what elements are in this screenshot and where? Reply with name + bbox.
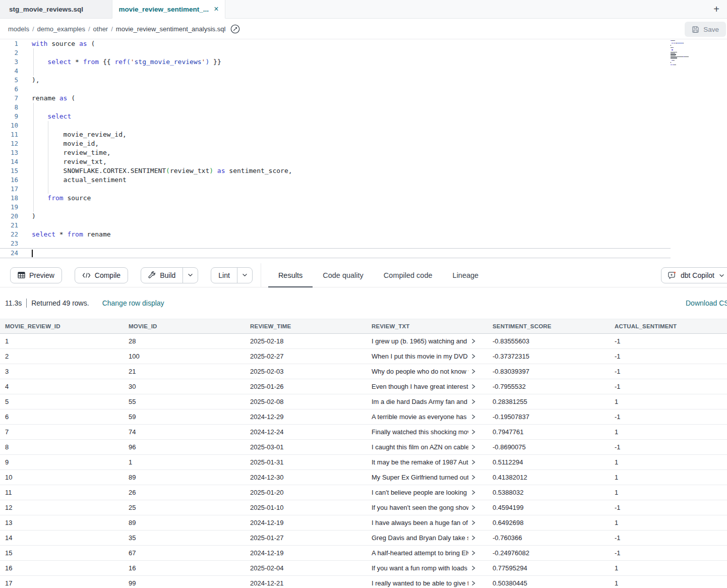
code-line[interactable]: 21 xyxy=(0,221,727,230)
expand-cell-icon[interactable] xyxy=(471,535,475,541)
code-line[interactable]: 5), xyxy=(0,76,727,85)
table-row: 11 26 2025-01-20 I can't believe people … xyxy=(0,485,727,500)
code-line[interactable]: 9 select xyxy=(0,112,727,121)
code-line[interactable]: 3 select * from {{ ref('stg_movie_review… xyxy=(0,57,727,67)
code-line[interactable]: 7rename as ( xyxy=(0,94,727,103)
cell-movie-id: 30 xyxy=(124,383,245,390)
expand-cell-icon[interactable] xyxy=(471,550,475,556)
new-tab-button[interactable]: + xyxy=(710,3,723,16)
review-text: A half-hearted attempt to bring Elvis P… xyxy=(372,549,468,557)
expand-cell-icon[interactable] xyxy=(471,475,475,480)
code-text: review_txt, xyxy=(18,157,107,166)
code-line[interactable]: 11 movie_review_id, xyxy=(0,130,727,139)
results-table: MOVIE_REVIEW_ID MOVIE_ID REVIEW_TIME REV… xyxy=(0,319,727,588)
code-line[interactable]: 23 xyxy=(0,239,727,248)
line-number: 16 xyxy=(0,175,18,185)
breadcrumb-separator: / xyxy=(32,25,34,33)
code-line[interactable]: 24 xyxy=(0,248,671,258)
code-line[interactable]: 2 xyxy=(0,48,727,57)
preview-button[interactable]: Preview xyxy=(10,267,62,283)
ide-window: stg_movie_reviews.sql movie_review_senti… xyxy=(0,0,727,588)
expand-cell-icon[interactable] xyxy=(471,384,475,389)
review-text: Im a die hard Dads Army fan and nothi… xyxy=(372,398,468,405)
expand-cell-icon[interactable] xyxy=(471,369,475,374)
code-line[interactable]: 22select * from rename xyxy=(0,230,727,239)
expand-cell-icon[interactable] xyxy=(471,490,475,495)
code-line[interactable]: 19 xyxy=(0,203,727,212)
cell-review-txt: Greg Davis and Bryan Daly take some … xyxy=(367,534,488,542)
review-text: When I put this movie in my DVD playe… xyxy=(372,352,468,360)
tab-lineage[interactable]: Lineage xyxy=(443,263,489,287)
build-button[interactable]: Build xyxy=(141,267,198,283)
code-line[interactable]: 10 xyxy=(0,121,727,130)
code-line[interactable]: 12 movie_id, xyxy=(0,139,727,148)
expand-cell-icon[interactable] xyxy=(471,565,475,571)
cell-sentiment-score: 0.41382012 xyxy=(488,474,610,481)
expand-cell-icon[interactable] xyxy=(471,338,475,344)
code-line[interactable]: 4 xyxy=(0,67,727,76)
returned-rows-text: Returned 49 rows. xyxy=(31,299,89,307)
code-line[interactable]: 18 from source xyxy=(0,194,727,203)
code-line[interactable]: 16 actual_sentiment xyxy=(0,175,727,185)
expand-cell-icon[interactable] xyxy=(471,414,475,420)
expand-cell-icon[interactable] xyxy=(471,520,475,525)
lint-button[interactable]: Lint xyxy=(211,267,253,283)
compile-button[interactable]: Compile xyxy=(75,267,128,283)
tab-compiled-code[interactable]: Compiled code xyxy=(374,263,443,287)
column-header-actual-sentiment[interactable]: ACTUAL_SENTIMENT xyxy=(610,323,727,329)
breadcrumb-segment[interactable]: demo_examples xyxy=(37,25,85,33)
code-line[interactable]: 13 review_time, xyxy=(0,148,727,157)
code-text xyxy=(18,239,32,248)
code-line[interactable]: 15 SNOWFLAKE.CORTEX.SENTIMENT(review_txt… xyxy=(0,166,727,175)
download-csv-link[interactable]: Download CSV xyxy=(686,299,727,307)
compile-label: Compile xyxy=(95,271,120,279)
cell-review-txt: Why do people who do not know what… xyxy=(367,368,488,375)
column-header-movie-review-id[interactable]: MOVIE_REVIEW_ID xyxy=(0,323,124,329)
cell-sentiment-score: 0.5112294 xyxy=(488,458,610,466)
code-editor[interactable]: 1with source as (23 select * from {{ ref… xyxy=(0,39,727,263)
breadcrumb-segment[interactable]: other xyxy=(93,25,108,33)
cell-actual-sentiment: -1 xyxy=(610,504,727,511)
cell-review-time: 2025-02-18 xyxy=(245,337,367,345)
column-header-review-txt[interactable]: REVIEW_TXT xyxy=(367,323,488,329)
code-line[interactable]: 1with source as ( xyxy=(0,39,727,48)
line-number: 3 xyxy=(0,57,18,67)
column-header-sentiment-score[interactable]: SENTIMENT_SCORE xyxy=(488,323,610,329)
minimap[interactable] xyxy=(671,39,707,68)
dbt-copilot-button[interactable]: dbt Copilot xyxy=(661,267,727,283)
cell-review-txt: I can't believe people are looking for a… xyxy=(367,489,488,496)
tab-code-quality[interactable]: Code quality xyxy=(313,263,374,287)
column-header-review-time[interactable]: REVIEW_TIME xyxy=(245,323,367,329)
copilot-label: dbt Copilot xyxy=(681,271,714,279)
code-text xyxy=(18,67,32,76)
expand-cell-icon[interactable] xyxy=(471,505,475,510)
change-row-display-link[interactable]: Change row display xyxy=(102,299,164,307)
build-dropdown-button[interactable] xyxy=(183,268,198,283)
expand-cell-icon[interactable] xyxy=(471,444,475,450)
code-line[interactable]: 14 review_txt, xyxy=(0,157,727,166)
save-button[interactable]: Save xyxy=(685,22,726,37)
expand-cell-icon[interactable] xyxy=(471,429,475,435)
file-actions-icon[interactable] xyxy=(230,24,240,34)
code-line[interactable]: 6 xyxy=(0,85,727,94)
action-toolbar: Preview Compile Build L xyxy=(0,263,727,287)
code-line[interactable]: 17 xyxy=(0,185,727,194)
review-text: I really wanted to be able to give this … xyxy=(372,579,468,587)
tab-results[interactable]: Results xyxy=(268,263,313,287)
review-text: Greg Davis and Bryan Daly take some … xyxy=(372,534,468,542)
column-header-movie-id[interactable]: MOVIE_ID xyxy=(124,323,245,329)
code-line[interactable]: 8 xyxy=(0,103,727,112)
code-line[interactable]: 20) xyxy=(0,212,727,221)
lint-dropdown-button[interactable] xyxy=(237,268,252,283)
save-icon xyxy=(692,26,699,33)
status-divider xyxy=(26,299,27,308)
tab-movie-review-sentiment[interactable]: movie_review_sentiment_... × xyxy=(112,0,225,19)
breadcrumb-segment[interactable]: models xyxy=(8,25,29,33)
expand-cell-icon[interactable] xyxy=(471,399,475,404)
expand-cell-icon[interactable] xyxy=(471,354,475,359)
close-icon[interactable]: × xyxy=(214,5,218,13)
line-number: 13 xyxy=(0,148,18,157)
expand-cell-icon[interactable] xyxy=(471,459,475,465)
expand-cell-icon[interactable] xyxy=(471,580,475,586)
tab-stg-movie-reviews[interactable]: stg_movie_reviews.sql xyxy=(0,0,112,18)
